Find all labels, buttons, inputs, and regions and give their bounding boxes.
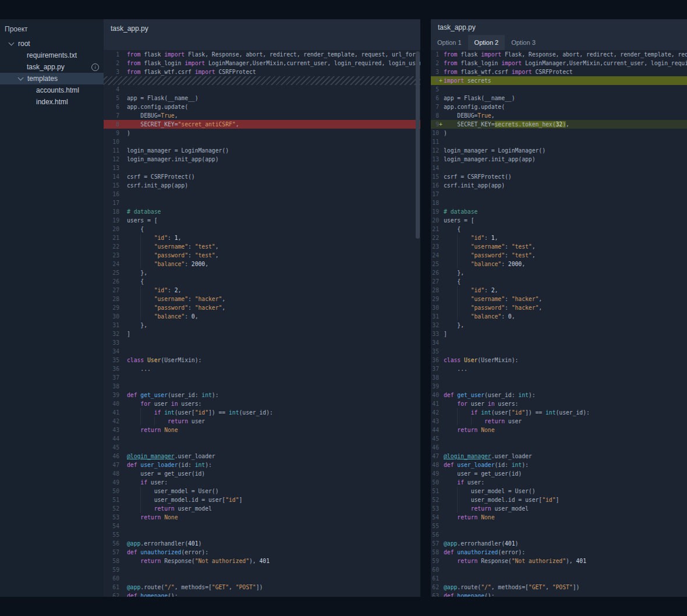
code-line[interactable]: 16 [104, 190, 420, 199]
code-line[interactable]: 28 "username": "hacker", [104, 295, 420, 303]
code-line[interactable]: 48 user = get_user(id) [104, 469, 420, 478]
code-line[interactable]: 4 [104, 85, 420, 94]
code-line[interactable]: 44 [104, 434, 420, 443]
code-line[interactable]: 14 [431, 164, 687, 172]
tree-item-templates[interactable]: templates [0, 73, 104, 84]
code-line[interactable]: 46@login_manager.user_loader [104, 452, 420, 461]
code-line[interactable]: 6app.config.update( [104, 102, 420, 111]
code-line[interactable]: 7app.config.update( [431, 102, 687, 111]
code-line[interactable]: 59 [104, 565, 420, 574]
code-line[interactable]: 41 for user in users: [431, 399, 687, 408]
code-line[interactable]: 4+import secrets [431, 76, 687, 85]
tree-item-accounts-html[interactable]: accounts.html [0, 84, 104, 96]
code-line[interactable]: 43 return user [431, 417, 687, 426]
code-line[interactable]: 5app = Flask(__name__) [104, 94, 420, 102]
code-line[interactable]: 8 DEBUG=True, [431, 111, 687, 120]
code-line[interactable]: 45 [104, 443, 420, 452]
code-line[interactable]: 27 "id": 2, [104, 286, 420, 295]
code-line[interactable]: 2from flask_login import LoginManager,Us… [431, 59, 687, 68]
code-line[interactable]: 47def user_loader(id: int): [104, 461, 420, 469]
tree-item-root[interactable]: root [0, 38, 104, 49]
code-line[interactable]: 10 [104, 137, 420, 146]
code-line[interactable]: 49 if user: [104, 478, 420, 487]
chevron-down-icon[interactable] [18, 75, 24, 80]
code-line[interactable]: 33] [431, 330, 687, 338]
code-line[interactable]: 9+ SECRET_KEY=secrets.token_hex(32), [431, 120, 687, 129]
code-line[interactable]: 51 user_model.id = user["id"] [104, 495, 420, 504]
code-line[interactable]: 55 [431, 522, 687, 530]
code-line[interactable]: 20users = [ [431, 216, 687, 225]
code-line[interactable]: 12login_manager.init_app(app) [104, 155, 420, 164]
code-line[interactable]: 35class User(UserMixin): [104, 356, 420, 364]
tab-option-1[interactable]: Option 1 [431, 35, 468, 50]
code-line[interactable]: 57@app.errorhandler(401) [431, 539, 687, 548]
code-line[interactable]: 5 [431, 85, 687, 94]
code-line[interactable]: 22 "id": 1, [431, 233, 687, 242]
code-line[interactable]: 24 "balance": 2000, [104, 260, 420, 268]
tab-option-3[interactable]: Option 3 [505, 35, 542, 50]
code-line[interactable]: 13login_manager.init_app(app) [431, 155, 687, 164]
code-line[interactable]: 35 [431, 347, 687, 356]
code-line[interactable]: 40def get_user(user_id: int): [431, 391, 687, 399]
code-line[interactable]: 33 [104, 338, 420, 347]
code-line[interactable]: 29 "password": "hacker", [104, 303, 420, 312]
code-line[interactable]: 49 user = get_user(id) [431, 469, 687, 478]
code-line[interactable]: 56 [431, 530, 687, 539]
code-line[interactable]: 61@app.route("/", methods=["GET", "POST"… [104, 583, 420, 592]
code-editor-option[interactable]: 1from flask import Flask, Response, abor… [431, 50, 687, 597]
code-line[interactable]: 57def unauthorized(error): [104, 548, 420, 557]
code-line[interactable]: 51 user_model = User() [431, 487, 687, 495]
code-line[interactable]: 24 "password": "test", [431, 251, 687, 260]
code-line[interactable]: 17 [104, 199, 420, 207]
tree-item-task-app-py[interactable]: task_app.pyi [0, 61, 104, 73]
code-line[interactable]: 38 [431, 373, 687, 382]
code-line[interactable]: 29 "username": "hacker", [431, 295, 687, 303]
code-line[interactable]: 38 [104, 382, 420, 391]
code-line[interactable]: 60 [431, 565, 687, 574]
code-line[interactable]: 11 [431, 137, 687, 146]
code-line[interactable]: 3from flask_wtf.csrf import CSRFProtect [104, 68, 420, 76]
code-line[interactable]: 12login_manager = LoginManager() [431, 146, 687, 155]
code-line[interactable]: 52 user_model.id = user["id"] [431, 495, 687, 504]
code-line[interactable]: 53 return None [104, 513, 420, 522]
tab-option-2[interactable]: Option 2 [468, 35, 505, 50]
code-line[interactable]: 39def get_user(user_id: int): [104, 391, 420, 399]
code-line[interactable]: 22 "username": "test", [104, 242, 420, 251]
code-line[interactable]: 21 { [431, 225, 687, 233]
code-line[interactable]: 26 { [104, 277, 420, 286]
code-line[interactable]: 8 SECRET_KEY="secret_antiCSRF", [104, 120, 420, 129]
code-line[interactable]: 7 DEBUG=True, [104, 111, 420, 120]
code-line[interactable]: 13 [104, 164, 420, 172]
code-line[interactable]: 39 [431, 382, 687, 391]
code-line[interactable]: 54 return None [431, 513, 687, 522]
code-line[interactable]: 19# database [431, 207, 687, 216]
code-line[interactable]: 48def user_loader(id: int): [431, 461, 687, 469]
code-line[interactable]: 25 }, [104, 268, 420, 277]
code-line[interactable]: 21 "id": 1, [104, 233, 420, 242]
code-line[interactable]: 10) [431, 129, 687, 137]
code-line[interactable]: 18 [431, 199, 687, 207]
code-line[interactable]: 17 [431, 190, 687, 199]
code-line[interactable]: 6app = Flask(__name__) [431, 94, 687, 102]
code-line[interactable]: 15csrf.init_app(app) [104, 181, 420, 190]
code-line[interactable]: 28 "id": 2, [431, 286, 687, 295]
code-line[interactable]: 31 "balance": 0, [431, 312, 687, 321]
code-line[interactable]: 34 [431, 338, 687, 347]
code-line[interactable]: 16csrf.init_app(app) [431, 181, 687, 190]
code-line[interactable]: 42 return user [104, 417, 420, 426]
code-line[interactable]: 61 [431, 574, 687, 583]
code-line[interactable]: 50 user_model = User() [104, 487, 420, 495]
code-line[interactable]: 19users = [ [104, 216, 420, 225]
code-line[interactable]: 1from flask import Flask, Response, abor… [104, 50, 420, 59]
code-line[interactable]: 1from flask import Flask, Response, abor… [431, 50, 687, 59]
code-line[interactable]: 37 ... [431, 364, 687, 373]
code-line[interactable]: 36 ... [104, 364, 420, 373]
code-line[interactable]: 45 [431, 434, 687, 443]
code-line[interactable]: 3from flask_wtf.csrf import CSRFProtect [431, 68, 687, 76]
code-line[interactable]: 9) [104, 129, 420, 137]
code-line[interactable]: 26 }, [431, 268, 687, 277]
code-line[interactable]: 50 if user: [431, 478, 687, 487]
code-line[interactable]: 62@app.route("/", methods=["GET", "POST"… [431, 583, 687, 592]
code-line[interactable]: 54 [104, 522, 420, 530]
code-line[interactable]: 2from flask_login import LoginManager,Us… [104, 59, 420, 68]
